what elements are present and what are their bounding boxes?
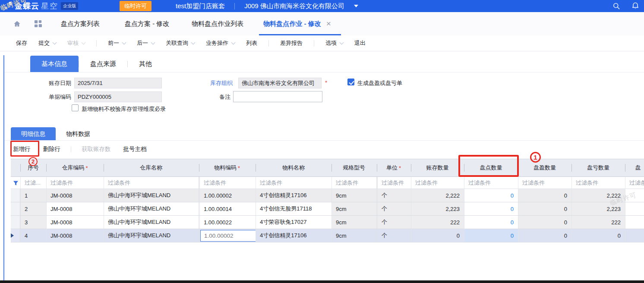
filter-cell[interactable]: 过滤条件 — [518, 177, 571, 189]
previous-button[interactable]: 前一 — [108, 39, 126, 47]
tab-count-source[interactable]: 盘点来源 — [79, 56, 127, 72]
inventory-org-label[interactable]: 库存组织 — [210, 79, 233, 87]
no-validate-label[interactable]: 新增物料不校验库存管理维度必录 — [82, 105, 166, 113]
cell-unit[interactable]: 个 — [376, 189, 411, 202]
col-header-spec[interactable]: 规格型号 — [331, 159, 376, 176]
exit-button[interactable]: 退出 — [354, 39, 366, 47]
filter-cell[interactable]: 过滤条件 — [256, 177, 331, 189]
col-header-warehouse-name[interactable]: 仓库名称 — [104, 159, 199, 176]
next-button[interactable]: 后一 — [137, 39, 155, 47]
col-header-extra[interactable]: 盘 — [625, 159, 644, 176]
cell-material-name[interactable]: 4寸荣容耿兔17027 — [256, 216, 331, 229]
col-header-material-code[interactable]: 物料编码* — [199, 159, 256, 176]
no-validate-checkbox[interactable] — [72, 104, 79, 111]
options-button[interactable]: 选项 — [325, 39, 343, 47]
filter-cell[interactable]: 过滤条件 — [625, 177, 644, 189]
cell-gain-qty: 0 — [518, 216, 571, 229]
table-row-selected[interactable]: 4 JM-0008 佛山中海环宇城MELAND 4寸创信精灵17106 9cm … — [11, 229, 644, 242]
cell-count-qty[interactable]: 0 — [464, 202, 518, 215]
table-row[interactable]: 3 JM-0008 佛山中海环宇城MELAND 1.00.00022 4寸荣容耿… — [11, 216, 644, 229]
cell-warehouse-code[interactable]: JM-0008 — [46, 202, 104, 215]
generate-gainloss-checkbox[interactable] — [347, 79, 354, 85]
get-stock-qty-button[interactable]: 获取账存数 — [79, 145, 113, 153]
col-header-count-qty[interactable]: 盘点数量 — [464, 159, 518, 176]
cell-spec[interactable]: 9cm — [331, 189, 376, 202]
filter-cell[interactable]: 过滤条件 — [411, 177, 464, 189]
filter-cell[interactable]: 过滤条件 — [331, 177, 376, 189]
tab-detail-info[interactable]: 明细信息 — [11, 127, 56, 140]
submit-button[interactable]: 提交 — [38, 39, 56, 47]
col-header-loss-qty[interactable]: 盘亏数量 — [571, 159, 625, 176]
cell-count-qty[interactable]: 0 — [464, 189, 518, 202]
col-header-stock-qty[interactable]: 账存数量 — [411, 159, 464, 176]
table-row[interactable]: 1 JM-0008 佛山中海环宇城MELAND 1.00.00002 4寸创信精… — [11, 189, 644, 202]
window-tab-scheme-edit[interactable]: 盘点方案 - 修改 — [125, 20, 169, 28]
cell-warehouse-code[interactable]: JM-0008 — [46, 216, 104, 229]
window-tab-job-list[interactable]: 物料盘点作业列表 — [192, 20, 243, 28]
app-grid-icon[interactable] — [34, 20, 42, 28]
col-header-warehouse-code[interactable]: 仓库编码* — [46, 159, 104, 176]
cell-material-name[interactable]: 4寸创信精灵17106 — [256, 229, 331, 242]
window-tab-job-edit-active[interactable]: 物料盘点作业 - 修改 — [263, 20, 321, 28]
search-icon[interactable] — [612, 2, 621, 10]
cell-unit[interactable]: 个 — [376, 202, 411, 215]
filter-funnel-icon[interactable] — [11, 177, 20, 189]
audit-button[interactable]: 审核 — [67, 39, 85, 47]
cell-warehouse-code[interactable]: JM-0008 — [46, 229, 104, 242]
cell-material-name[interactable]: 4寸创信精灵17106 — [256, 189, 331, 202]
filter-cell[interactable]: 过滤条件 — [46, 177, 104, 189]
cell-warehouse-code[interactable]: JM-0008 — [46, 189, 104, 202]
filter-cell[interactable]: 过滤条件 — [376, 177, 411, 189]
cell-spec[interactable]: 9cm — [331, 229, 376, 242]
cell-spec[interactable]: 9cm — [331, 216, 376, 229]
stock-date-field[interactable]: 2025/7/31 — [74, 78, 162, 88]
tab-other[interactable]: 其他 — [128, 56, 163, 72]
table-row[interactable]: 2 JM-0008 佛山中海环宇城MELAND 1.00.00014 4寸创信无… — [11, 202, 644, 216]
cell-count-qty[interactable]: 0 — [464, 229, 518, 242]
save-button[interactable]: 保存 — [16, 39, 27, 47]
doc-no-field[interactable]: PDZY000005 — [74, 91, 162, 102]
tab-material-data[interactable]: 物料数据 — [56, 127, 101, 140]
close-tab-icon[interactable]: × — [326, 19, 331, 28]
cell-material-code[interactable]: 1.00.00022 — [199, 216, 256, 229]
cell-unit[interactable]: 个 — [376, 229, 411, 242]
cell-count-qty[interactable]: 0 — [464, 216, 518, 229]
inventory-org-field[interactable]: 佛山市南海米谷文化有限公司 — [238, 78, 322, 88]
cell-material-code[interactable]: 1.00.00002 — [199, 189, 256, 202]
account-set-name[interactable]: test加盟门店账套 — [176, 2, 225, 10]
col-header-gain-qty[interactable]: 盘盈数量 — [518, 159, 571, 176]
tab-basic-info[interactable]: 基本信息 — [30, 56, 79, 72]
material-code-input[interactable] — [200, 230, 256, 242]
filter-cell[interactable]: 过滤条件 — [571, 177, 625, 189]
org-selector[interactable]: J009 佛山市南海米谷文化有限公司 — [244, 2, 358, 10]
cell-warehouse-name[interactable]: 佛山中海环宇城MELAND — [104, 216, 199, 229]
add-row-button[interactable]: 新增行 — [11, 145, 33, 153]
col-header-seq[interactable]: 序号 — [20, 159, 46, 176]
bell-icon[interactable] — [631, 2, 640, 10]
generate-gainloss-label[interactable]: 生成盘盈或盘亏单 — [357, 79, 402, 87]
col-header-unit[interactable]: 单位* — [376, 159, 411, 176]
window-tab-scheme-list[interactable]: 盘点方案列表 — [61, 20, 100, 28]
filter-cell[interactable]: 过滤条件 — [199, 177, 256, 189]
related-query-button[interactable]: 关联查询 — [166, 39, 195, 47]
batch-master-button[interactable]: 批号主档 — [121, 145, 149, 153]
delete-row-button[interactable]: 删除行 — [41, 145, 63, 153]
cell-warehouse-name[interactable]: 佛山中海环宇城MELAND — [104, 189, 199, 202]
topbar-divider — [234, 3, 235, 9]
col-header-material-name[interactable]: 物料名称 — [256, 159, 331, 176]
list-button[interactable]: 列表 — [246, 39, 257, 47]
business-ops-button[interactable]: 业务操作 — [206, 39, 235, 47]
cell-warehouse-name[interactable]: 佛山中海环宇城MELAND — [104, 202, 199, 215]
filter-cell[interactable]: 过滤条件 — [104, 177, 199, 189]
cell-warehouse-name[interactable]: 佛山中海环宇城MELAND — [104, 229, 199, 242]
remark-input[interactable] — [233, 91, 322, 102]
diff-report-button[interactable]: 差异报告 — [280, 39, 303, 47]
filter-cell[interactable]: 过滤条件 — [464, 177, 518, 189]
cell-material-code[interactable]: 1.00.00014 — [199, 202, 256, 215]
filter-cell[interactable]: 过滤... — [20, 177, 46, 189]
cell-unit[interactable]: 个 — [376, 216, 411, 229]
cell-material-name[interactable]: 4寸创信无脸男17118 — [256, 202, 331, 215]
home-icon[interactable] — [13, 20, 21, 28]
cell-spec[interactable]: 9cm — [331, 202, 376, 215]
cell-gain-qty: 0 — [518, 189, 571, 202]
